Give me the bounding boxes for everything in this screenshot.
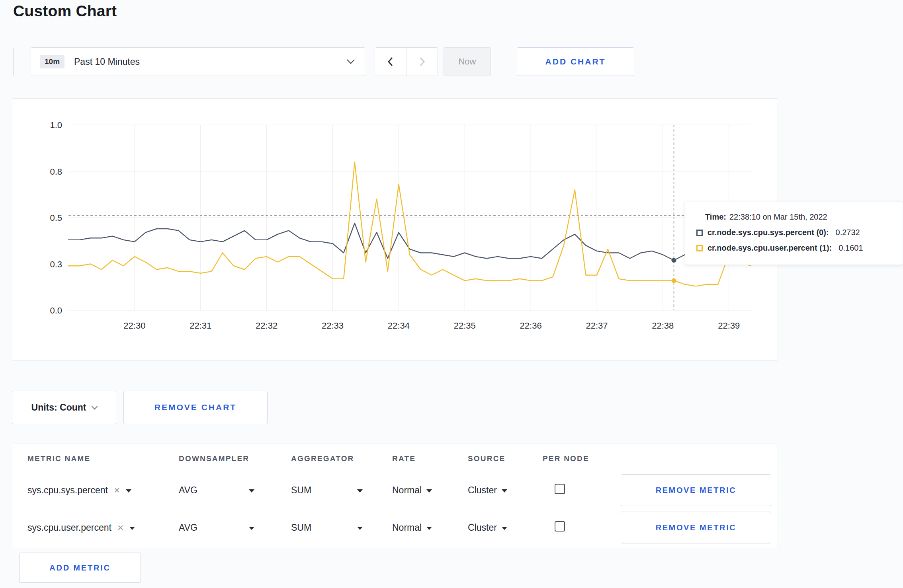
- remove-metric-button[interactable]: REMOVE METRIC: [621, 512, 771, 543]
- chart-card: 0.00.30.50.81.022:3022:3122:3222:3322:34…: [12, 98, 778, 361]
- time-nav-group: [375, 47, 438, 76]
- caret-down-icon: [249, 527, 254, 530]
- time-forward-button[interactable]: [406, 48, 438, 76]
- table-cell: Cluster: [468, 522, 543, 533]
- downsampler-select[interactable]: AVG: [179, 485, 254, 496]
- rate-select[interactable]: Normal: [392, 522, 432, 533]
- metric-name-value: sys.cpu.user.percent: [27, 522, 111, 533]
- svg-text:0.8: 0.8: [50, 167, 62, 177]
- caret-down-icon: [126, 489, 131, 493]
- tooltip-series-value: 0.2732: [836, 228, 860, 237]
- time-back-button[interactable]: [375, 48, 406, 76]
- col-header-per-node: PER NODE: [543, 454, 621, 463]
- clear-icon[interactable]: ×: [114, 485, 120, 495]
- cpu-usage-chart[interactable]: 0.00.30.50.81.022:3022:3122:3222:3322:34…: [12, 99, 778, 356]
- table-cell: AVG: [179, 522, 291, 533]
- series-sys-swatch-icon: [696, 230, 703, 236]
- col-header-aggregator: AGGREGATOR: [291, 454, 392, 463]
- downsampler-value: AVG: [179, 485, 197, 496]
- table-cell: REMOVE METRIC: [621, 512, 771, 543]
- custom-chart-page: Custom Chart 10m Past 10 Minutes Now ADD…: [0, 0, 903, 588]
- tooltip-series-label: cr.node.sys.cpu.sys.percent (0):: [708, 228, 829, 237]
- add-chart-button[interactable]: ADD CHART: [517, 47, 634, 76]
- series-user-swatch-icon: [696, 245, 703, 251]
- units-label: Units: Count: [31, 402, 86, 413]
- table-cell: [543, 484, 621, 496]
- table-cell: REMOVE METRIC: [621, 474, 771, 506]
- svg-text:0.5: 0.5: [50, 213, 62, 223]
- tooltip-series-row: cr.node.sys.cpu.sys.percent (0): 0.2732: [696, 228, 891, 237]
- metric-name-select[interactable]: sys.cpu.user.percent ×: [27, 522, 179, 533]
- aggregator-select[interactable]: SUM: [291, 485, 363, 496]
- svg-text:22:31: 22:31: [190, 321, 211, 331]
- per-node-checkbox[interactable]: [555, 521, 565, 532]
- now-button[interactable]: Now: [444, 47, 491, 76]
- metric-name-select[interactable]: sys.cpu.sys.percent ×: [27, 485, 179, 496]
- remove-metric-button[interactable]: REMOVE METRIC: [621, 474, 771, 506]
- source-select[interactable]: Cluster: [468, 522, 507, 533]
- col-header-downsampler: DOWNSAMPLER: [179, 454, 291, 463]
- caret-down-icon: [249, 489, 254, 493]
- table-cell: Normal: [392, 522, 468, 533]
- downsampler-select[interactable]: AVG: [179, 522, 254, 533]
- per-node-checkbox[interactable]: [555, 484, 565, 494]
- table-cell: SUM: [291, 485, 392, 496]
- svg-text:22:32: 22:32: [256, 321, 278, 331]
- metric-name-value: sys.cpu.sys.percent: [27, 485, 108, 496]
- caret-down-icon: [357, 527, 363, 530]
- chart-tooltip: Time:22:38:10 on Mar 15th, 2022 cr.node.…: [685, 202, 903, 265]
- source-value: Cluster: [468, 522, 497, 533]
- svg-text:0.3: 0.3: [50, 259, 62, 269]
- svg-text:22:34: 22:34: [388, 321, 410, 331]
- caret-down-icon: [502, 527, 507, 530]
- toolbar-divider: [13, 48, 14, 76]
- svg-text:22:38: 22:38: [652, 321, 674, 331]
- svg-text:22:37: 22:37: [586, 321, 608, 331]
- svg-text:22:30: 22:30: [123, 321, 145, 331]
- add-metric-button[interactable]: ADD METRIC: [19, 553, 141, 583]
- caret-down-icon: [426, 527, 432, 530]
- remove-chart-button[interactable]: REMOVE CHART: [123, 391, 268, 424]
- tooltip-time-value: 22:38:10 on Mar 15th, 2022: [729, 212, 827, 221]
- clear-icon[interactable]: ×: [117, 522, 123, 533]
- rate-value: Normal: [392, 522, 422, 533]
- time-range-badge: 10m: [40, 55, 64, 68]
- svg-text:22:36: 22:36: [520, 321, 542, 331]
- caret-down-icon: [129, 527, 135, 530]
- time-range-selector[interactable]: 10m Past 10 Minutes: [31, 47, 365, 76]
- aggregator-select[interactable]: SUM: [291, 522, 363, 533]
- metrics-table-card: METRIC NAME DOWNSAMPLER AGGREGATOR RATE …: [12, 444, 778, 548]
- caret-down-icon: [426, 489, 432, 493]
- tooltip-time-label: Time:: [705, 212, 726, 221]
- table-cell: SUM: [291, 522, 392, 533]
- metrics-table: METRIC NAME DOWNSAMPLER AGGREGATOR RATE …: [12, 444, 778, 546]
- svg-text:22:39: 22:39: [718, 321, 740, 331]
- caret-down-icon: [357, 489, 363, 493]
- table-cell: Cluster: [468, 485, 543, 496]
- chevron-down-icon: [347, 56, 355, 64]
- rate-select[interactable]: Normal: [392, 485, 432, 496]
- svg-text:1.0: 1.0: [50, 120, 62, 130]
- units-selector[interactable]: Units: Count: [12, 391, 116, 424]
- aggregator-value: SUM: [291, 485, 311, 496]
- tooltip-series-value: 0.1601: [838, 243, 863, 253]
- aggregator-value: SUM: [291, 522, 311, 533]
- chevron-down-icon: [92, 403, 98, 409]
- time-range-label: Past 10 Minutes: [74, 56, 338, 67]
- col-header-rate: RATE: [392, 454, 468, 463]
- page-title: Custom Chart: [13, 2, 117, 20]
- table-cell: Normal: [392, 485, 468, 496]
- tooltip-series-label: cr.node.sys.cpu.user.percent (1):: [708, 243, 832, 253]
- rate-value: Normal: [392, 485, 422, 496]
- chevron-right-icon: [418, 56, 426, 67]
- table-cell: [543, 521, 621, 534]
- svg-text:0.0: 0.0: [50, 306, 62, 315]
- chevron-left-icon: [387, 56, 395, 67]
- downsampler-value: AVG: [179, 522, 197, 533]
- source-select[interactable]: Cluster: [468, 485, 507, 496]
- tooltip-time: Time:22:38:10 on Mar 15th, 2022: [705, 212, 891, 222]
- col-header-source: SOURCE: [468, 454, 543, 463]
- table-cell: AVG: [179, 485, 291, 496]
- caret-down-icon: [502, 489, 507, 493]
- svg-text:22:33: 22:33: [322, 321, 344, 331]
